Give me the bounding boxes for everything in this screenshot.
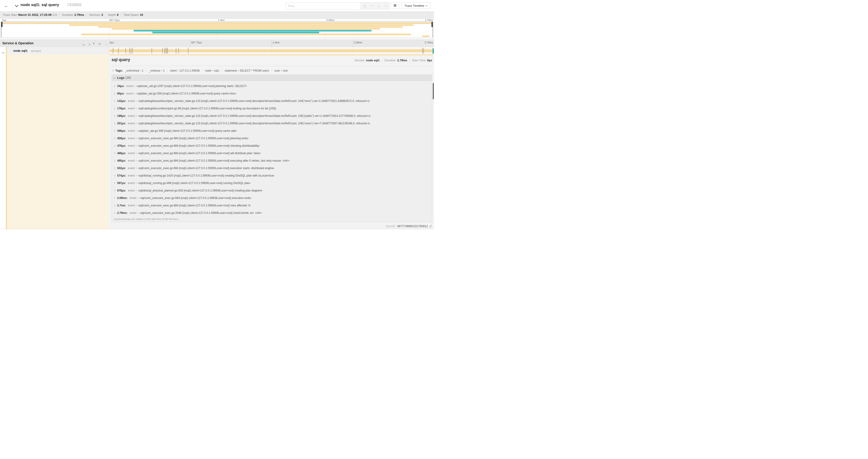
log-entry[interactable]: 142μs:event=‹sql/catalog/lease/descripto… (112, 97, 432, 105)
span-timeline-canvas[interactable] (109, 47, 434, 54)
collapse-all-icon[interactable]: » (93, 41, 95, 45)
log-timestamp: 597μs: (117, 182, 126, 185)
minimap-span-row (1, 32, 433, 33)
log-entry[interactable]: 2.79ms:event=‹sql/conn_executor_exec.go:… (112, 209, 432, 217)
log-entry[interactable]: 189μs:event=‹sql/catalog/lease/descripto… (112, 112, 432, 120)
expand-log-chevron-icon[interactable] (114, 204, 115, 206)
expand-log-chevron-icon[interactable] (114, 93, 115, 94)
expand-log-chevron-icon[interactable] (114, 123, 115, 124)
view-mode-label: Trace Timeline (404, 4, 424, 7)
minimap-span-bar (98, 26, 403, 28)
span-name-column: node sql1 sql query (0, 47, 109, 54)
collapse-span-chevron-icon[interactable] (2, 50, 4, 54)
expand-one-icon[interactable] (88, 42, 90, 46)
log-timestamp: 459μs: (117, 137, 126, 140)
log-entry[interactable]: 495μs:event=‹sql/conn_executor_exec.go:6… (112, 157, 432, 164)
expand-log-chevron-icon[interactable] (114, 175, 115, 176)
expand-log-chevron-icon[interactable] (114, 152, 115, 154)
ruler-tick-label: 0μs (1, 19, 6, 22)
equals-sign: = (237, 69, 240, 72)
log-timestamp: 34μs: (117, 85, 124, 88)
log-timestamp: 574μs: (117, 174, 126, 177)
log-timestamp: 2.79ms: (117, 211, 128, 215)
expand-log-chevron-icon[interactable] (114, 85, 115, 87)
log-entry[interactable]: 2.69ms:event=‹sql/conn_executor_exec.go:… (112, 194, 432, 202)
log-entry[interactable]: 459μs:event=‹sql/conn_executor_exec.go:6… (112, 135, 432, 142)
collapse-logs-chevron-icon[interactable] (114, 77, 115, 78)
span-duration-bar[interactable] (110, 49, 434, 52)
log-timestamp: 678μs: (117, 189, 126, 192)
trace-id: 7418682 (67, 3, 82, 7)
expand-log-chevron-icon[interactable] (114, 115, 115, 117)
log-message: ‹sql/distsql_running.go:1420 [nsql1,clie… (138, 174, 274, 177)
deep-link-icon[interactable] (429, 225, 432, 228)
expand-log-chevron-icon[interactable] (114, 130, 115, 132)
log-field-name: event (128, 174, 135, 177)
equals-sign: = (136, 197, 140, 199)
previous-result-icon[interactable] (371, 5, 373, 7)
expand-log-chevron-icon[interactable] (114, 107, 115, 109)
expand-log-chevron-icon[interactable] (114, 145, 115, 147)
log-tick (164, 48, 165, 54)
log-entry[interactable]: 486μs:event=‹sql/conn_executor_exec.go:6… (112, 150, 432, 157)
log-entry[interactable]: 678μs:event=‹sql/distsql_physical_planne… (112, 187, 432, 194)
expand-log-chevron-icon[interactable] (114, 182, 115, 184)
keyboard-shortcuts-button[interactable]: ⌘ (391, 2, 399, 9)
expand-log-chevron-icon[interactable] (114, 167, 115, 169)
log-entry[interactable]: 366μs:event=‹sql/plan_opt.go:358 [nsql1,… (112, 127, 432, 135)
next-result-icon[interactable] (378, 5, 380, 7)
log-timestamp: 495μs: (117, 159, 126, 162)
tag-item: node=sql1 (202, 69, 222, 72)
tag-item: _verbose=1 (146, 69, 167, 72)
expand-log-chevron-icon[interactable] (114, 100, 115, 102)
service-operation-title: Service & Operation (2, 41, 34, 45)
viewport-left-scrubber[interactable] (1, 22, 1, 37)
timeline-minimap[interactable] (1, 22, 433, 38)
log-message: ‹sql/plan_opt.go:358 [nsql1,client=127.0… (138, 129, 237, 132)
log-field-name: event (128, 99, 135, 103)
minimap-span-bar (69, 24, 413, 26)
log-message: ‹sql/catalog/lease/descriptor_version_st… (138, 114, 371, 118)
collapse-trace-chevron-icon[interactable] (15, 3, 19, 7)
scrollbar-thumb[interactable] (433, 83, 434, 99)
span-row[interactable]: node sql1 sql query (0, 47, 434, 55)
expand-log-chevron-icon[interactable] (114, 197, 115, 199)
equals-sign: = (135, 144, 138, 147)
minimap-span-bar (112, 28, 380, 30)
viewport-right-scrubber[interactable] (433, 22, 433, 37)
equals-sign: = (135, 167, 138, 170)
log-field-name: event (128, 189, 135, 192)
equals-sign: = (133, 85, 136, 88)
back-arrow-icon[interactable]: ← (2, 2, 10, 9)
log-timestamp: 476μs: (117, 144, 126, 147)
log-tick (167, 48, 168, 54)
log-entry[interactable]: 34μs:event=‹sql/exec_util.go:2297 [nsql1… (112, 82, 432, 90)
log-entry[interactable]: 502μs:event=‹sql/conn_executor_exec.go:6… (112, 164, 432, 172)
trace-stat-suffix: .326 (52, 13, 57, 17)
expand-all-icon[interactable]: » (99, 41, 100, 46)
logs-header[interactable]: Logs (18) (112, 75, 432, 81)
grid-header: Service & Operation » » ❘❘ 0μs697.75μs1.… (0, 39, 434, 47)
log-entry[interactable]: 176μs:event=‹sql/catalog/descs/descripto… (112, 105, 432, 112)
expand-log-chevron-icon[interactable] (114, 160, 115, 162)
find-input[interactable] (286, 3, 361, 9)
expand-log-chevron-icon[interactable] (114, 190, 115, 192)
tags-row[interactable]: Tags: _unfinished=1_verbose=1client=127.… (112, 68, 432, 74)
expand-log-chevron-icon[interactable] (114, 212, 115, 214)
log-tick (166, 48, 167, 54)
tag-item: statement=SELECT * FROM users (222, 69, 272, 72)
expand-tags-chevron-icon[interactable] (112, 70, 114, 72)
log-entry[interactable]: 80μs:event=‹sql/plan_opt.go:358 [nsql1,c… (112, 90, 432, 97)
equals-sign: = (135, 204, 138, 207)
log-entry[interactable]: 597μs:event=‹sql/distsql_running.go:498 … (112, 179, 432, 187)
log-entry[interactable]: 476μs:event=‹sql/conn_executor_exec.go:6… (112, 142, 432, 150)
locate-icon[interactable]: ◎ (363, 4, 366, 8)
log-entry[interactable]: 574μs:event=‹sql/distsql_running.go:1420… (112, 172, 432, 179)
log-entry[interactable]: 2.7ms:event=‹sql/conn_executor_exec.go:6… (112, 202, 432, 209)
view-mode-dropdown[interactable]: Trace Timeline (401, 2, 431, 9)
expand-log-chevron-icon[interactable] (114, 137, 115, 139)
clear-search-icon[interactable]: × (385, 4, 386, 8)
log-entry[interactable]: 201μs:event=‹sql/catalog/lease/descripto… (112, 120, 432, 127)
minimap-span-row (1, 22, 433, 24)
collapse-one-icon[interactable] (83, 42, 85, 46)
